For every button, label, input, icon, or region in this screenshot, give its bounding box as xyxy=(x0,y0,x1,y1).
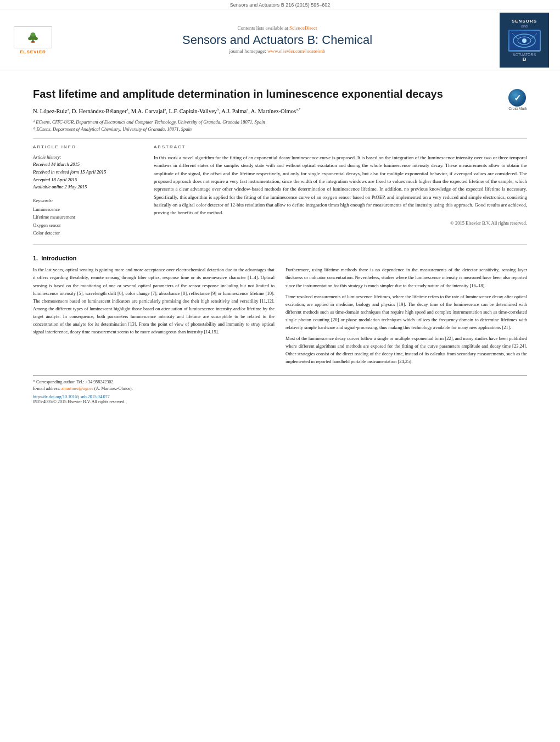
sensors-and-label: and xyxy=(521,24,528,28)
section-header-1: 1. Introduction xyxy=(33,255,527,261)
article-info-label: ARTICLE INFO xyxy=(33,144,143,149)
keyword-2: Lifetime measurement xyxy=(33,213,143,221)
accepted-date: Accepted 18 April 2015 xyxy=(33,176,143,184)
citation-text: Sensors and Actuators B 216 (2015) 595–6… xyxy=(230,2,331,8)
svg-point-2 xyxy=(28,37,32,40)
affiliation-a: ᵃ ECsens, CITC-UGR, Department of Electr… xyxy=(33,119,527,126)
homepage-line: journal homepage: www.elsevier.com/locat… xyxy=(55,48,500,54)
keyword-4: Color detector xyxy=(33,229,143,237)
affiliation-b: ᵇ ECsens, Department of Analytical Chemi… xyxy=(33,126,527,133)
article-title: Fast lifetime and amplitude determinatio… xyxy=(33,87,527,101)
svg-point-3 xyxy=(33,37,37,40)
keywords-section: Keywords: Luminescence Lifetime measurem… xyxy=(33,198,143,237)
body-col-left: In the last years, optical sensing is ga… xyxy=(33,266,275,368)
email-label: E-mail address: xyxy=(33,386,60,391)
sensors-label: SENSORS xyxy=(512,19,537,24)
corresponding-note: * Corresponding author. Tel.: +34 958242… xyxy=(33,379,527,386)
elsevier-tree-icon xyxy=(25,31,41,43)
crossmark-icon: ✓ xyxy=(508,89,526,107)
issn-line: 0925-4005/© 2015 Elsevier B.V. All right… xyxy=(33,399,527,404)
body-col-right: Furthermore, using lifetime methods ther… xyxy=(285,266,527,368)
abstract-copyright: © 2015 Elsevier B.V. All rights reserved… xyxy=(154,220,527,226)
email-name: (A. Martínez-Olmos). xyxy=(94,386,133,391)
history-label: Article history: xyxy=(33,154,143,161)
svg-point-9 xyxy=(522,38,527,43)
main-content: ✓ CrossMark Fast lifetime and amplitude … xyxy=(0,70,560,415)
sciencedirect-link[interactable]: ScienceDirect xyxy=(289,25,317,31)
journal-info-center: Contents lists available at ScienceDirec… xyxy=(55,25,500,55)
divider-1 xyxy=(33,138,527,139)
keyword-1: Luminescence xyxy=(33,205,143,213)
crossmark-label: CrossMark xyxy=(508,107,527,110)
abstract-column: ABSTRACT In this work a novel algorithm … xyxy=(154,144,527,237)
available-date: Available online 2 May 2015 xyxy=(33,183,143,191)
body-columns: In the last years, optical sensing is ga… xyxy=(33,266,527,368)
homepage-url[interactable]: www.elsevier.com/locate/snb xyxy=(267,48,325,54)
sensors-b-label: B xyxy=(523,57,527,62)
sensors-actuators-logo: SENSORS and ACTUATORS B xyxy=(500,13,549,68)
affiliations: ᵃ ECsens, CITC-UGR, Department of Electr… xyxy=(33,119,527,133)
received-revised-date: Received in revised form 15 April 2015 xyxy=(33,169,143,176)
doi-line: http://dx.doi.org/10.1016/j.snb.2015.04.… xyxy=(33,394,527,399)
title-row: ✓ CrossMark Fast lifetime and amplitude … xyxy=(33,87,527,101)
footnotes-section: * Corresponding author. Tel.: +34 958242… xyxy=(33,375,527,404)
doi-text[interactable]: http://dx.doi.org/10.1016/j.snb.2015.04.… xyxy=(33,394,110,399)
article-info-column: ARTICLE INFO Article history: Received 1… xyxy=(33,144,143,237)
sensors-cover-icon xyxy=(509,31,540,50)
email-address[interactable]: amartinez@ugr.es xyxy=(61,386,93,391)
page: Sensors and Actuators B 216 (2015) 595–6… xyxy=(0,0,560,742)
abstract-label: ABSTRACT xyxy=(154,144,527,149)
received-date: Received 14 March 2015 xyxy=(33,161,143,169)
article-history: Article history: Received 14 March 2015 … xyxy=(33,154,143,191)
actuators-label: ACTUATORS xyxy=(513,53,536,57)
info-abstract-columns: ARTICLE INFO Article history: Received 1… xyxy=(33,144,527,237)
keywords-title: Keywords: xyxy=(33,198,143,203)
contents-line: Contents lists available at ScienceDirec… xyxy=(55,25,500,31)
email-note: E-mail address: amartinez@ugr.es (A. Mar… xyxy=(33,386,527,392)
elsevier-text: ELSEVIER xyxy=(20,49,46,54)
divider-2 xyxy=(33,244,527,245)
intro-text-right: Furthermore, using lifetime methods ther… xyxy=(285,266,527,365)
svg-point-4 xyxy=(31,32,36,36)
journal-title: Sensors and Actuators B: Chemical xyxy=(55,33,500,47)
authors-line: N. López-Ruiza, D. Hernández-Bélangera, … xyxy=(33,107,527,115)
keyword-3: Oxygen sensor xyxy=(33,221,143,229)
introduction-section: 1. Introduction In the last years, optic… xyxy=(33,255,527,368)
journal-header: ELSEVIER Contents lists available at Sci… xyxy=(0,9,560,70)
elsevier-logo-image xyxy=(14,26,52,48)
corresponding-text: * Corresponding author. Tel.: +34 958242… xyxy=(33,380,114,384)
svg-rect-5 xyxy=(31,41,35,42)
sensors-logo-image xyxy=(508,30,541,52)
intro-text-left: In the last years, optical sensing is ga… xyxy=(33,266,275,335)
abstract-text: In this work a novel algorithm for the f… xyxy=(154,154,527,217)
crossmark-container: ✓ CrossMark xyxy=(508,89,527,110)
elsevier-logo: ELSEVIER xyxy=(11,26,55,54)
